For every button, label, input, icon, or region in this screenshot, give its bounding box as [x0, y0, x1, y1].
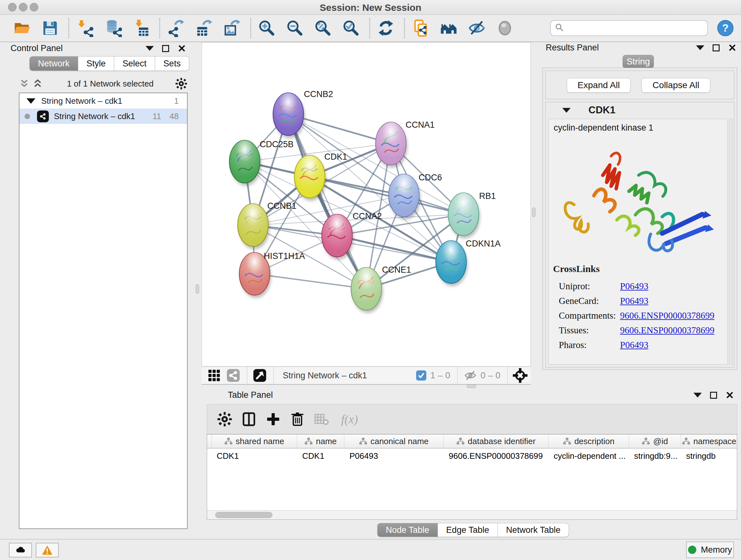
save-session-icon[interactable]: [40, 18, 60, 38]
section-collapse-icon[interactable]: [562, 108, 570, 113]
crosslink-link[interactable]: P06493: [620, 296, 649, 306]
column-header--id[interactable]: @id: [629, 435, 681, 448]
gear-icon[interactable]: [175, 77, 188, 90]
panel-menu-icon[interactable]: [693, 393, 702, 397]
crosslink-link[interactable]: 9606.ENSP00000378699: [620, 310, 715, 321]
crosslink-label: GeneCard:: [553, 296, 620, 306]
open-session-icon[interactable]: [12, 18, 32, 38]
memory-button[interactable]: Memory: [686, 542, 734, 558]
table-row[interactable]: CDK1CDK1P064939606.ENSP00000378699cyclin…: [207, 449, 737, 463]
table-cell[interactable]: cyclin-dependent ...: [549, 449, 629, 463]
right-splitter-handle[interactable]: [532, 207, 536, 217]
tab-network[interactable]: Network: [29, 56, 78, 71]
results-scrollbar[interactable]: [729, 119, 733, 365]
search-field[interactable]: [550, 20, 708, 36]
node-CCNE1[interactable]: CCNE1: [351, 265, 411, 313]
import-table-icon[interactable]: [131, 18, 151, 38]
search-input[interactable]: [564, 22, 703, 35]
tab-network-table[interactable]: Network Table: [498, 523, 569, 537]
column-header-description[interactable]: description: [549, 435, 629, 448]
column-header-name[interactable]: name: [297, 435, 344, 448]
network-collection-row[interactable]: String Network – cdk1 1: [19, 93, 187, 109]
tab-edge-table[interactable]: Edge Table: [438, 523, 498, 537]
collapse-all-button[interactable]: Collapse All: [642, 78, 711, 92]
table-cell[interactable]: CDK1: [212, 449, 297, 463]
node-CCNB1[interactable]: CCNB1: [238, 201, 296, 249]
crosslink-link[interactable]: P06493: [620, 281, 649, 292]
detach-view-icon[interactable]: [253, 369, 266, 382]
panel-menu-icon[interactable]: [145, 46, 154, 51]
table-settings-gear-icon[interactable]: [217, 411, 232, 427]
new-network-from-selection-icon[interactable]: [411, 18, 430, 38]
left-splitter-handle[interactable]: [196, 284, 199, 294]
tab-select[interactable]: Select: [114, 56, 155, 71]
column-header-canonical-name[interactable]: canonical name: [344, 435, 444, 448]
edge-HIST1H1A-CCNE1[interactable]: [255, 274, 366, 289]
zoom-out-icon[interactable]: [285, 18, 305, 38]
panel-close-icon[interactable]: ✕: [178, 45, 186, 52]
show-all-icon[interactable]: [495, 18, 515, 38]
add-column-icon[interactable]: [265, 411, 281, 427]
table-cell[interactable]: CDK1: [297, 449, 344, 463]
table-panel: Table Panel ✕ f(x) shared namenamecanoni…: [202, 388, 741, 539]
warning-icon[interactable]: [36, 543, 59, 557]
crosslink-link[interactable]: 9606.ENSP00000378699: [620, 325, 715, 335]
table-cell[interactable]: stringdb: [681, 449, 737, 463]
crosslink-row: Tissues:9606.ENSP00000378699: [553, 323, 724, 337]
panel-float-icon[interactable]: [710, 392, 717, 399]
collapse-all-icon[interactable]: [19, 78, 30, 89]
panel-close-icon[interactable]: ✕: [725, 392, 734, 399]
tab-node-table[interactable]: Node Table: [377, 523, 438, 537]
crosslink-link[interactable]: P06493: [620, 340, 649, 350]
node-CCNA1[interactable]: CCNA1: [376, 120, 434, 168]
tab-sets[interactable]: Sets: [155, 56, 189, 71]
hide-selected-icon[interactable]: [467, 18, 487, 38]
node-RB1[interactable]: RB1: [448, 191, 495, 239]
node-HIST1H1A[interactable]: HIST1H1A: [239, 251, 305, 298]
help-icon[interactable]: ?: [717, 19, 734, 37]
cloud-icon[interactable]: [9, 543, 32, 557]
expand-all-icon[interactable]: [32, 78, 43, 89]
expand-all-button[interactable]: Expand All: [567, 78, 630, 92]
node-CDKN1A[interactable]: CDKN1A: [436, 239, 501, 287]
network-view-canvas[interactable]: CCNB2CCNA1CDC25BCDK1CDC6RB1CCNB1CCNA2CDK…: [202, 42, 531, 367]
scrollbar-thumb[interactable]: [215, 512, 273, 518]
tab-style[interactable]: Style: [78, 56, 114, 71]
node-CDC6[interactable]: CDC6: [389, 173, 442, 220]
table-cell[interactable]: P06493: [344, 449, 444, 463]
export-table-icon[interactable]: [194, 18, 214, 38]
import-database-icon[interactable]: [103, 18, 123, 38]
node-table[interactable]: shared namenamecanonical namedatabase id…: [207, 434, 737, 510]
show-columns-icon[interactable]: [241, 411, 257, 427]
table-cell[interactable]: stringdb:9...: [629, 449, 681, 463]
panel-float-icon[interactable]: [713, 44, 720, 51]
edge-CCNA2-CDKN1A[interactable]: [337, 236, 451, 262]
network-row[interactable]: String Network – cdk1 11 48: [19, 109, 187, 124]
selected-checkbox-icon[interactable]: [416, 370, 426, 381]
zoom-selected-icon[interactable]: [341, 18, 361, 38]
table-cell[interactable]: 9606.ENSP00000378699: [444, 449, 549, 463]
export-image-icon[interactable]: [222, 18, 242, 38]
grid-view-icon[interactable]: [207, 369, 221, 382]
center-view-icon[interactable]: [513, 368, 528, 383]
table-horizontal-scrollbar[interactable]: [207, 510, 737, 520]
edge-CCNB2-CCNE1[interactable]: [288, 114, 366, 289]
node-CCNB2[interactable]: CCNB2: [273, 89, 333, 138]
tree-expand-icon[interactable]: [26, 98, 36, 104]
tab-string[interactable]: String: [623, 55, 654, 68]
export-network-icon[interactable]: [166, 18, 186, 38]
column-header-namespace[interactable]: namespace: [681, 435, 737, 448]
first-neighbors-icon[interactable]: [439, 18, 459, 38]
column-header-shared-name[interactable]: shared name: [212, 435, 297, 448]
apply-layout-icon[interactable]: [376, 18, 396, 38]
panel-close-icon[interactable]: ✕: [728, 44, 737, 51]
node-section-header[interactable]: CDK1: [546, 102, 734, 118]
zoom-fit-icon[interactable]: [313, 18, 333, 38]
panel-menu-icon[interactable]: [696, 45, 704, 50]
import-network-icon[interactable]: [75, 18, 95, 38]
zoom-in-icon[interactable]: [257, 18, 277, 38]
delete-column-trash-icon[interactable]: [289, 411, 306, 427]
panel-float-icon[interactable]: [162, 45, 169, 52]
network-overview-icon[interactable]: [226, 369, 240, 382]
column-header-database-identifier[interactable]: database identifier: [444, 435, 549, 448]
